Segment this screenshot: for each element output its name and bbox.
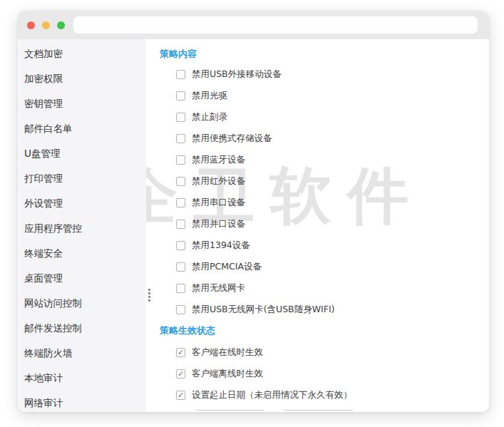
checkbox-label: 客户端离线时生效 xyxy=(192,368,263,380)
checkbox-label: 禁用USB外接移动设备 xyxy=(192,68,282,81)
window-body: 文档加密 加密权限 密钥管理 邮件白名单 U盘管理 打印管理 外设管理 应用程序… xyxy=(18,39,489,412)
policy-row-disable-usb-mobile: 禁用USB外接移动设备 xyxy=(160,63,489,85)
policy-row-forbid-burning: 禁止刻录 xyxy=(160,106,489,128)
checkbox-label: 禁用蓝牙设备 xyxy=(192,154,245,166)
policy-row-disable-bluetooth: 禁用蓝牙设备 xyxy=(160,149,489,170)
checkbox[interactable] xyxy=(176,155,185,165)
status-row-offline-effective: 客户端离线时生效 xyxy=(160,363,489,384)
sidebar-item-endpoint-firewall[interactable]: 终端防火墙 xyxy=(18,341,146,366)
checkbox[interactable] xyxy=(176,91,185,101)
sidebar-item-mail-whitelist[interactable]: 邮件白名单 xyxy=(18,116,146,141)
checkbox-label: 客户端在线时生效 xyxy=(192,346,263,359)
sidebar-item-encryption-permission[interactable]: 加密权限 xyxy=(18,66,146,91)
checkbox[interactable] xyxy=(176,391,185,400)
sidebar-item-endpoint-security[interactable]: 终端安全 xyxy=(18,241,146,266)
policy-row-disable-portable-storage: 禁用便携式存储设备 xyxy=(160,128,489,149)
checkbox-label: 禁用并口设备 xyxy=(192,218,245,230)
checkbox[interactable] xyxy=(176,369,185,379)
traffic-lights xyxy=(27,21,65,29)
checkbox[interactable] xyxy=(176,348,185,357)
policy-content-panel: 策略内容 禁用USB外接移动设备 禁用光驱 禁止刻录 禁用便携式存储设备 xyxy=(146,39,489,412)
checkbox-label: 禁用无线网卡 xyxy=(192,282,245,294)
policy-row-disable-parallel-port: 禁用并口设备 xyxy=(160,213,489,235)
checkbox[interactable] xyxy=(176,220,185,229)
zoom-button-icon[interactable] xyxy=(57,21,65,29)
policy-row-disable-1394: 禁用1394设备 xyxy=(160,235,489,256)
sidebar-resize-handle[interactable] xyxy=(148,289,150,302)
policy-content-section-title: 策略内容 xyxy=(160,48,489,61)
checkbox[interactable] xyxy=(176,134,185,143)
checkbox-label: 禁用PCMCIA设备 xyxy=(192,261,262,273)
sidebar-item-peripheral-management[interactable]: 外设管理 xyxy=(18,191,146,216)
checkbox-label: 禁用便携式存储设备 xyxy=(192,133,272,145)
checkbox[interactable] xyxy=(176,241,185,250)
title-bar xyxy=(18,11,489,39)
checkbox-label: 禁用串口设备 xyxy=(192,197,245,209)
sidebar-item-website-access-control[interactable]: 网站访问控制 xyxy=(18,291,146,316)
sidebar-item-mail-sending-control[interactable]: 邮件发送控制 xyxy=(18,316,146,341)
checkbox-label: 禁用1394设备 xyxy=(192,240,250,252)
end-date-input[interactable] xyxy=(284,399,353,411)
sidebar-item-document-encryption[interactable]: 文档加密 xyxy=(18,41,146,66)
checkbox-label: 禁用USB无线网卡(含USB随身WIFI) xyxy=(192,304,335,316)
sidebar-nav: 文档加密 加密权限 密钥管理 邮件白名单 U盘管理 打印管理 外设管理 应用程序… xyxy=(18,39,146,412)
policy-status-section-title: 策略生效状态 xyxy=(160,324,489,337)
policy-row-disable-wireless-nic: 禁用无线网卡 xyxy=(160,277,489,299)
sidebar-item-desktop-management[interactable]: 桌面管理 xyxy=(18,266,146,291)
policy-row-disable-usb-wireless-nic: 禁用USB无线网卡(含USB随身WIFI) xyxy=(160,299,489,320)
start-date-input[interactable] xyxy=(196,399,264,411)
status-checkbox-list: 客户端在线时生效 客户端离线时生效 设置起止日期（未启用情况下永久有效） xyxy=(160,341,489,406)
sidebar-item-key-management[interactable]: 密钥管理 xyxy=(18,91,146,116)
checkbox-label: 禁用光驱 xyxy=(192,90,227,102)
app-window: 信企卫软件 文档加密 加密权限 密钥管理 邮件白名单 U盘管理 打印管理 外设管… xyxy=(18,11,489,412)
close-button-icon[interactable] xyxy=(27,21,35,29)
policy-checkbox-list: 禁用USB外接移动设备 禁用光驱 禁止刻录 禁用便携式存储设备 禁用蓝牙设备 xyxy=(160,63,489,320)
checkbox-label: 禁用红外设备 xyxy=(192,175,245,187)
policy-row-disable-infrared: 禁用红外设备 xyxy=(160,170,489,192)
status-row-online-effective: 客户端在线时生效 xyxy=(160,341,489,363)
checkbox[interactable] xyxy=(176,177,185,186)
sidebar-item-local-audit[interactable]: 本地审计 xyxy=(18,366,146,391)
sidebar-item-print-management[interactable]: 打印管理 xyxy=(18,166,146,191)
checkbox-label: 禁止刻录 xyxy=(192,111,227,123)
address-bar-input[interactable] xyxy=(73,16,478,34)
sidebar-item-network-audit[interactable]: 网络审计 xyxy=(18,391,146,412)
policy-row-disable-serial-port: 禁用串口设备 xyxy=(160,192,489,213)
checkbox[interactable] xyxy=(176,113,185,122)
policy-row-disable-optical-drive: 禁用光驱 xyxy=(160,85,489,106)
sidebar-item-usb-disk-management[interactable]: U盘管理 xyxy=(18,141,146,166)
policy-row-disable-pcmcia: 禁用PCMCIA设备 xyxy=(160,256,489,277)
checkbox[interactable] xyxy=(176,262,185,272)
minimize-button-icon[interactable] xyxy=(42,21,50,29)
checkbox[interactable] xyxy=(176,70,185,79)
checkbox[interactable] xyxy=(176,305,185,314)
checkbox[interactable] xyxy=(176,284,185,293)
sidebar-item-app-control[interactable]: 应用程序管控 xyxy=(18,216,146,241)
checkbox[interactable] xyxy=(176,198,185,207)
